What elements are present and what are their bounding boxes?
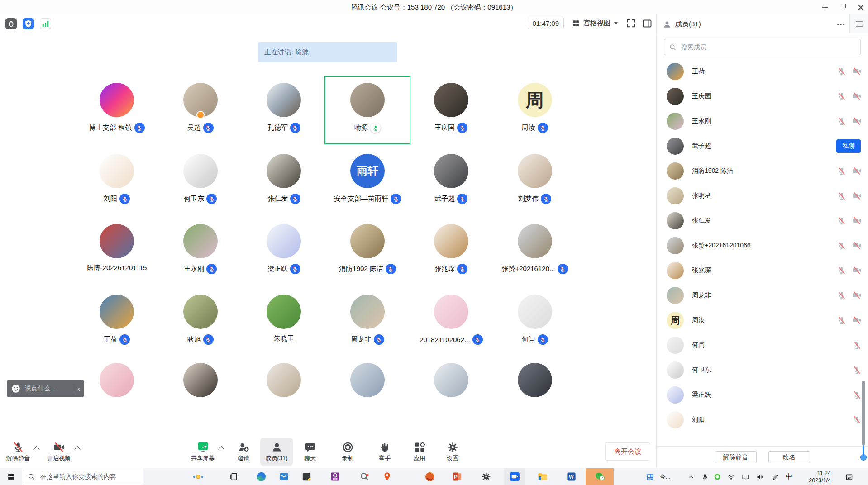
security-shield-icon[interactable] bbox=[23, 18, 34, 29]
more-options-icon[interactable] bbox=[835, 19, 846, 30]
member-mic-muted-icon[interactable] bbox=[837, 191, 846, 200]
tray-expand-chevron-icon[interactable] bbox=[687, 472, 696, 481]
participant-tile[interactable]: 王庆国 bbox=[410, 83, 493, 133]
participant-tile[interactable]: 雨轩安全支部—苗雨轩 bbox=[326, 154, 409, 204]
participant-tile[interactable]: 耿旭 bbox=[159, 295, 242, 345]
participant-avatar-partial[interactable] bbox=[350, 363, 385, 397]
mic-muted-icon[interactable] bbox=[538, 123, 548, 133]
emoji-smiley-icon[interactable] bbox=[11, 384, 21, 394]
mic-muted-icon[interactable] bbox=[119, 334, 130, 345]
member-row[interactable]: 张兆琛 bbox=[657, 258, 868, 283]
taskbar-search-input[interactable] bbox=[39, 472, 137, 480]
member-row[interactable]: 张明星 bbox=[657, 183, 868, 208]
unmute-self-button[interactable]: 解除静音 bbox=[715, 451, 757, 463]
member-camera-muted-icon[interactable] bbox=[852, 241, 862, 250]
taskbar-app-tencent-meeting-icon[interactable] bbox=[504, 468, 525, 485]
toolbar-apps-button[interactable]: 应用 bbox=[405, 441, 434, 462]
vertical-slider-thumb[interactable] bbox=[860, 454, 867, 461]
mic-on-speaking-icon[interactable] bbox=[370, 123, 381, 133]
mic-muted-icon[interactable] bbox=[457, 264, 467, 274]
window-minimize-icon[interactable] bbox=[822, 7, 828, 8]
participant-tile[interactable]: 喻源 bbox=[326, 83, 409, 133]
toolbar-invite-button[interactable]: 邀请 bbox=[229, 441, 258, 462]
taskbar-app-task-view-icon[interactable] bbox=[224, 468, 244, 485]
network-tray-icon[interactable] bbox=[726, 472, 735, 481]
member-row[interactable]: 周周汝 bbox=[657, 308, 868, 333]
taskbar-app-wechat-icon[interactable] bbox=[586, 468, 614, 485]
taskbar-app-powerpoint-icon[interactable]: P bbox=[447, 468, 467, 485]
view-mode-dropdown[interactable]: 宫格视图 bbox=[569, 17, 620, 29]
mic-muted-icon[interactable] bbox=[206, 264, 217, 274]
member-mic-muted-icon[interactable] bbox=[837, 266, 846, 275]
participant-tile[interactable]: 朱晓玉 bbox=[242, 295, 325, 343]
member-camera-muted-icon[interactable] bbox=[852, 166, 862, 176]
mic-muted-icon[interactable] bbox=[290, 194, 300, 204]
display-tray-icon[interactable] bbox=[741, 472, 750, 481]
meeting-info-icon[interactable] bbox=[5, 18, 17, 29]
mic-muted-icon[interactable] bbox=[457, 194, 467, 204]
member-row[interactable]: 张赟+202161201066 bbox=[657, 233, 868, 258]
member-mic-muted-icon[interactable] bbox=[853, 366, 862, 375]
participant-tile[interactable]: 吴超 bbox=[159, 83, 242, 133]
chat-placeholder[interactable]: 说点什么... bbox=[25, 385, 69, 393]
toolbar-members-button[interactable]: 成员(31) bbox=[260, 438, 293, 466]
member-mic-muted-icon[interactable] bbox=[837, 216, 846, 225]
toolbar-cam-off-button[interactable]: 开启视频 bbox=[44, 441, 73, 462]
member-mic-muted-icon[interactable] bbox=[837, 316, 846, 325]
member-camera-muted-icon[interactable] bbox=[852, 91, 862, 101]
mic-muted-icon[interactable] bbox=[206, 194, 217, 204]
mic-muted-icon[interactable] bbox=[203, 123, 214, 133]
member-row[interactable]: 何卫东 bbox=[657, 357, 868, 382]
member-mic-muted-icon[interactable] bbox=[837, 117, 846, 126]
toolbar-settings-button[interactable]: 设置 bbox=[438, 441, 467, 462]
member-camera-muted-icon[interactable] bbox=[852, 216, 862, 225]
volume-tray-icon[interactable] bbox=[755, 472, 764, 481]
member-mic-muted-icon[interactable] bbox=[837, 67, 846, 76]
member-mic-muted-icon[interactable] bbox=[837, 92, 846, 101]
taskbar-app-map-pin-icon[interactable] bbox=[377, 468, 397, 485]
taskbar-app-sticky-notes-icon[interactable] bbox=[296, 468, 317, 485]
member-row[interactable]: 梁正跃 bbox=[657, 382, 868, 407]
member-mic-muted-icon[interactable] bbox=[853, 415, 862, 424]
mic-muted-icon[interactable] bbox=[457, 123, 467, 133]
member-camera-muted-icon[interactable] bbox=[852, 116, 862, 126]
mic-muted-icon[interactable] bbox=[386, 264, 396, 274]
mic-muted-icon[interactable] bbox=[290, 123, 300, 133]
taskbar-app-widgets-icon[interactable] bbox=[177, 468, 219, 485]
mic-muted-icon[interactable] bbox=[290, 264, 300, 274]
participant-tile[interactable]: 何闫 bbox=[493, 295, 577, 345]
taskbar-app-foxit-pdf-icon[interactable]: PDF bbox=[324, 468, 345, 485]
member-mic-muted-icon[interactable] bbox=[837, 291, 846, 300]
toolbar-record-button[interactable]: 录制 bbox=[333, 441, 362, 462]
member-mic-muted-icon[interactable] bbox=[837, 241, 846, 250]
member-camera-muted-icon[interactable] bbox=[852, 191, 862, 200]
side-panel-toggle-icon[interactable] bbox=[642, 18, 653, 29]
member-row[interactable]: 刘阳 bbox=[657, 407, 868, 432]
participant-tile[interactable]: 张赟+20216120... bbox=[493, 224, 577, 274]
news-widget-tray-icon[interactable] bbox=[645, 472, 654, 481]
participant-tile[interactable]: 陈博-202261201115 bbox=[75, 224, 158, 272]
mic-muted-icon[interactable] bbox=[541, 194, 551, 204]
hamburger-menu-icon[interactable] bbox=[849, 14, 868, 33]
member-mic-muted-icon[interactable] bbox=[853, 341, 862, 350]
rename-button[interactable]: 改名 bbox=[768, 451, 810, 463]
chat-quick-input[interactable]: 说点什么... ‹ bbox=[7, 380, 84, 397]
participant-tile[interactable]: 张仁发 bbox=[242, 154, 325, 204]
participant-tile[interactable]: 武子超 bbox=[410, 154, 493, 204]
participant-avatar-partial[interactable] bbox=[518, 363, 552, 397]
participant-tile[interactable]: 消防1902 陈洁 bbox=[326, 224, 409, 274]
member-row[interactable]: 王荷 bbox=[657, 59, 868, 84]
collapse-chevron-icon[interactable]: ‹ bbox=[77, 385, 80, 393]
member-mic-muted-icon[interactable] bbox=[837, 166, 846, 176]
participant-tile[interactable]: 周龙非 bbox=[326, 295, 409, 345]
taskbar-app-edge-icon[interactable] bbox=[251, 468, 272, 485]
participant-tile[interactable]: 刘阳 bbox=[75, 154, 158, 204]
fullscreen-icon[interactable] bbox=[626, 18, 636, 29]
window-close-icon[interactable] bbox=[858, 5, 863, 10]
mic-muted-icon[interactable] bbox=[558, 264, 568, 274]
participant-avatar-partial[interactable] bbox=[434, 363, 468, 397]
taskbar-app-word-icon[interactable]: W bbox=[561, 468, 582, 485]
network-quality-icon[interactable] bbox=[40, 18, 51, 29]
expand-chevron-icon[interactable] bbox=[33, 446, 40, 452]
taskbar-app-settings-app-icon[interactable] bbox=[476, 468, 496, 485]
